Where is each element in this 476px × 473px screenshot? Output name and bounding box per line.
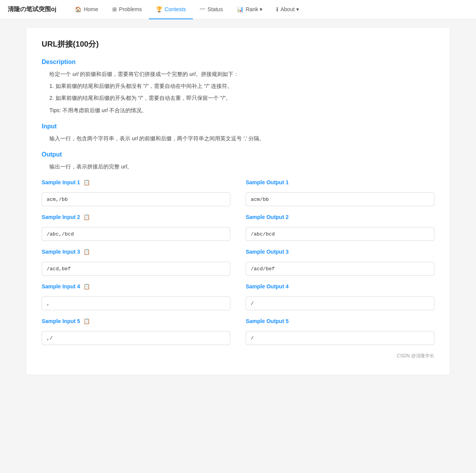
sample-row-1: Sample Input 1 📋Sample Output 1acm,/bbac…	[42, 179, 434, 206]
sample-output-box-2: /abc/bcd	[246, 227, 434, 241]
sample-output-label-4: Sample Output 4	[246, 283, 434, 290]
input-content: 输入一行，包含两个字符串，表示 url 的前缀和后缀，两个字符串之间用英文逗号 …	[49, 134, 434, 143]
sample-output-box-1: acm/bb	[246, 192, 434, 206]
nav-label-problems: Problems	[119, 6, 142, 12]
sample-output-label-2: Sample Output 2	[246, 214, 434, 220]
home-icon: 🏠	[75, 6, 81, 12]
sample-input-label-1: Sample Input 1 📋	[42, 179, 230, 185]
description-content: 给定一个 url 的前缀和后缀，需要将它们拼接成一个完整的 url。拼接规则如下…	[49, 69, 434, 115]
sample-input-label-2: Sample Input 2 📋	[42, 214, 230, 220]
nav-item-problems[interactable]: ⊞ Problems	[105, 0, 149, 19]
sample-output-box-3: /acd/bef	[246, 262, 434, 276]
copy-icon-5[interactable]: 📋	[83, 318, 90, 324]
desc-rule2: 2. 如果前缀的结尾和后缀的开头都为 "/"，需要自动去重，即只保留一个 "/"…	[49, 93, 434, 103]
nav-label-home: Home	[84, 6, 98, 12]
output-title: Output	[42, 151, 434, 158]
contests-icon: 🏆	[156, 6, 162, 12]
sample-input-box-1: acm,/bb	[42, 192, 230, 206]
sample-input-box-2: /abc,/bcd	[42, 227, 230, 241]
copy-icon-1[interactable]: 📋	[83, 179, 90, 185]
sample-row-4: Sample Input 4 📋Sample Output 4,/	[42, 283, 434, 310]
samples-container: Sample Input 1 📋Sample Output 1acm,/bbac…	[42, 179, 434, 345]
problem-title: URL拼接(100分)	[42, 39, 434, 49]
output-text: 输出一行，表示拼接后的完整 url。	[49, 162, 434, 172]
desc-tips: Tips: 不用考虑前后缀 url 不合法的情况。	[49, 106, 434, 115]
problem-container: URL拼接(100分) Description 给定一个 url 的前缀和后缀，…	[26, 27, 450, 375]
site-brand: 清隆の笔试突围oj	[8, 5, 56, 13]
problems-icon: ⊞	[112, 6, 117, 12]
sample-output-label-5: Sample Output 5	[246, 318, 434, 324]
nav-item-contests[interactable]: 🏆 Contests	[149, 0, 193, 19]
sample-output-label-1: Sample Output 1	[246, 179, 434, 185]
copy-icon-3[interactable]: 📋	[83, 249, 90, 255]
sample-row-2: Sample Input 2 📋Sample Output 2/abc,/bcd…	[42, 214, 434, 241]
description-title: Description	[42, 59, 434, 66]
sample-input-box-5: ,/	[42, 331, 230, 345]
nav-label-contests: Contests	[165, 6, 186, 12]
nav-item-status[interactable]: 〰 Status	[193, 0, 230, 19]
output-content: 输出一行，表示拼接后的完整 url。	[49, 162, 434, 172]
status-icon: 〰	[200, 6, 205, 12]
nav-item-home[interactable]: 🏠 Home	[68, 0, 105, 19]
sample-output-box-4: /	[246, 296, 434, 310]
copy-icon-2[interactable]: 📋	[83, 214, 90, 220]
sample-input-label-3: Sample Input 3 📋	[42, 249, 230, 255]
sample-row-5: Sample Input 5 📋Sample Output 5,//	[42, 318, 434, 345]
sample-input-label-5: Sample Input 5 📋	[42, 318, 230, 324]
nav-label-status: Status	[208, 6, 223, 12]
nav-items: 🏠 Home ⊞ Problems 🏆 Contests 〰 Status 📊 …	[68, 0, 468, 19]
nav-item-about[interactable]: ℹ About ▾	[269, 0, 306, 19]
sample-input-box-3: /acd,bef	[42, 262, 230, 276]
nav-item-rank[interactable]: 📊 Rank ▾	[230, 0, 270, 19]
watermark: CSDN @清隆学长	[42, 353, 434, 359]
input-text: 输入一行，包含两个字符串，表示 url 的前缀和后缀，两个字符串之间用英文逗号 …	[49, 134, 434, 143]
sample-input-label-4: Sample Input 4 📋	[42, 283, 230, 290]
sample-row-3: Sample Input 3 📋Sample Output 3/acd,bef/…	[42, 249, 434, 276]
nav-label-rank: Rank ▾	[246, 6, 263, 12]
desc-rule1: 1. 如果前缀的结尾和后缀的开头都没有 "/"，需要自动在中间补上 "/" 连接…	[49, 81, 434, 91]
navbar: 清隆の笔试突围oj 🏠 Home ⊞ Problems 🏆 Contests 〰…	[0, 0, 476, 19]
sample-output-label-3: Sample Output 3	[246, 249, 434, 255]
sample-input-box-4: ,	[42, 296, 230, 310]
input-title: Input	[42, 123, 434, 130]
copy-icon-4[interactable]: 📋	[83, 283, 90, 290]
rank-icon: 📊	[237, 6, 243, 12]
nav-label-about: About ▾	[280, 6, 299, 12]
desc-text1: 给定一个 url 的前缀和后缀，需要将它们拼接成一个完整的 url。拼接规则如下…	[49, 69, 434, 79]
sample-output-box-5: /	[246, 331, 434, 345]
about-icon: ℹ	[276, 6, 278, 12]
